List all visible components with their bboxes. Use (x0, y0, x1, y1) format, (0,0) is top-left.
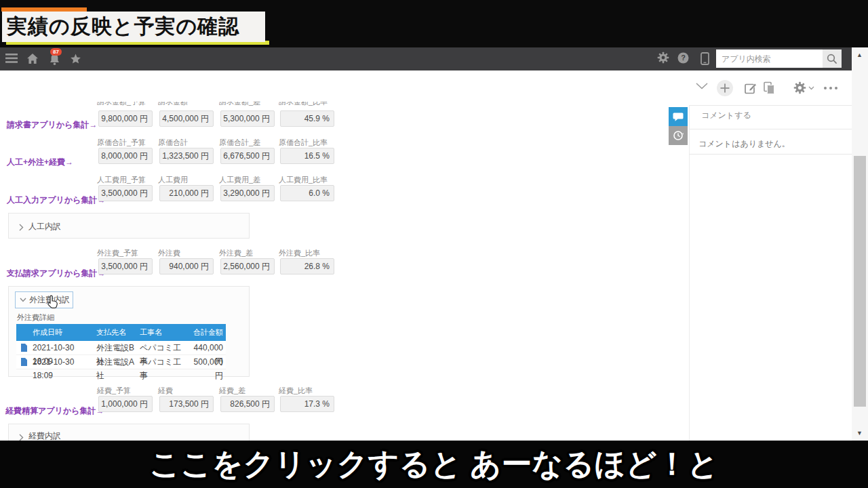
cell-payee: 外注電設A社 (96, 355, 140, 369)
favorites-star-icon[interactable] (70, 54, 81, 64)
field-header: 人工費用_予算 (97, 175, 146, 185)
video-title: 実績の反映と予実の確認 (2, 13, 239, 41)
table-row: 2021-10-30 18:09 外注電設A社 ペパコミ工事 500,000 円 (16, 355, 226, 369)
collapse-record-chevron-icon[interactable] (696, 83, 708, 89)
field-value: 940,000 円 (159, 258, 214, 274)
field-header: 人工費用_差 (219, 175, 260, 185)
col-header: 工事名 (140, 324, 184, 341)
help-icon[interactable]: ? (677, 52, 689, 64)
field-header: 請求金額_予算 (97, 102, 151, 107)
comments-empty-message: コメントはありません。 (698, 138, 790, 150)
field-header: 原価合計_比率 (279, 138, 328, 148)
field-value: 26.8 % (280, 258, 334, 274)
field-value: 9,800,000 円 (98, 110, 153, 127)
edit-record-button[interactable] (744, 81, 757, 95)
col-header: 支払先名 (96, 324, 140, 341)
group-labor-label: 人工内訳 (28, 221, 61, 232)
field-header: 外注費 (158, 248, 180, 258)
cell-amount: 440,000 円 (184, 341, 226, 354)
field-header: 経費_予算 (97, 386, 131, 396)
hamburger-menu-icon[interactable] (5, 54, 18, 63)
field-value: 6.0 % (280, 185, 334, 201)
divider (689, 129, 852, 129)
cell-project: ペパコミ工事 (140, 355, 184, 369)
subtable-title: 外注費詳細 (17, 312, 54, 323)
scrollbar-thumb[interactable] (854, 156, 866, 407)
chevron-right-icon (19, 222, 24, 234)
field-header: 人工費用_比率 (279, 175, 328, 185)
more-options-button[interactable] (823, 87, 839, 89)
notification-count-badge: 87 (50, 48, 62, 56)
cell-project: ペパコミ工事 (140, 341, 184, 354)
scroll-down-arrow[interactable]: ▼ (856, 430, 863, 436)
field-value: 17.3 % (280, 396, 334, 412)
comments-tab[interactable] (669, 107, 688, 126)
field-value: 3,500,000 円 (98, 258, 153, 274)
table-row: 2021-10-30 18:09 外注電設B社 ペパコミ工事 440,000 円 (16, 341, 226, 355)
row-label: 支払請求アプリから集計→ (7, 268, 105, 279)
record-file-icon[interactable] (16, 355, 31, 369)
search-button[interactable] (823, 49, 842, 68)
field-value: 5,300,000 円 (220, 110, 275, 127)
field-header: 外注費_比率 (279, 248, 320, 258)
settings-caret-icon[interactable] (808, 86, 814, 90)
field-value: 45.9 % (280, 110, 334, 127)
row-label: 経費精算アプリから集計→ (5, 405, 104, 417)
record-file-icon[interactable] (16, 341, 31, 354)
video-caption: ここをクリックすると あーなるほど！と (149, 444, 718, 485)
screen: 87 ? 請求書アプリから集計→ 請求金額_予算 請求金額 請求金額_差 請求金… (0, 0, 868, 488)
speech-bubble-icon (673, 112, 684, 122)
field-header: 原価合計 (158, 138, 188, 148)
field-value: 210,000 円 (159, 185, 214, 201)
field-value: 16.5 % (280, 148, 334, 164)
field-header: 請求金額_比率 (279, 102, 334, 107)
col-header: 作成日時 (31, 324, 96, 341)
record-settings-gear-button[interactable] (793, 81, 806, 94)
home-icon[interactable] (26, 53, 39, 64)
comment-input-placeholder[interactable]: コメントする (701, 110, 751, 121)
field-value: 1,000,000 円 (98, 396, 153, 412)
cell-created-at: 2021-10-30 18:09 (31, 355, 96, 369)
cell-created-at: 2021-10-30 18:09 (31, 341, 96, 354)
col-header: 合計金額 (184, 324, 226, 341)
add-record-button[interactable] (717, 80, 733, 96)
field-value: 1,323,500 円 (159, 148, 214, 164)
field-header: 経費_比率 (279, 386, 313, 396)
field-value: 2,560,000 円 (220, 258, 275, 274)
group-outsourcing-toggle[interactable]: 外注費内訳 (15, 291, 73, 308)
settings-gear-icon[interactable] (657, 52, 669, 64)
field-header: 経費 (158, 386, 173, 396)
divider (689, 154, 852, 155)
cell-amount: 500,000 円 (184, 355, 226, 369)
field-value: 3,500,000 円 (98, 185, 153, 201)
field-header: 請求金額_差 (219, 102, 273, 107)
field-header: 人工費用 (158, 175, 188, 185)
search-input[interactable] (716, 49, 823, 68)
field-header: 外注費_差 (219, 248, 253, 258)
row-label: 人工+外注+経費→ (7, 157, 73, 168)
field-value: 826,500 円 (220, 396, 275, 412)
duplicate-record-button[interactable] (763, 81, 776, 95)
cell-payee: 外注電設B社 (96, 341, 140, 354)
field-header: 外注費_予算 (97, 248, 138, 258)
chevron-down-icon (20, 298, 26, 302)
history-tab[interactable] (669, 126, 688, 145)
panel-divider (689, 105, 690, 441)
mobile-view-icon[interactable] (701, 52, 709, 65)
field-value: 4,500,000 円 (159, 110, 214, 127)
panel-divider (689, 105, 852, 106)
field-value: 3,290,000 円 (220, 185, 275, 201)
title-banner: 実績の反映と予実の確認 (2, 12, 265, 42)
caption-bar: ここをクリックすると あーなるほど！と (0, 441, 868, 488)
field-value: 173,500 円 (159, 396, 214, 412)
field-value: 8,000,000 円 (98, 148, 153, 164)
outsourcing-subtable: 作成日時 支払先名 工事名 合計金額 2021-10-30 18:09 外注電設… (16, 324, 226, 369)
mouse-cursor-hand (46, 294, 60, 313)
svg-text:?: ? (681, 54, 686, 62)
subtable-header-row: 作成日時 支払先名 工事名 合計金額 (16, 324, 226, 341)
field-header: 原価合計_差 (219, 138, 260, 148)
scroll-up-arrow[interactable]: ▲ (856, 52, 863, 58)
field-value: 6,676,500 円 (220, 148, 275, 164)
row-label: 人工入力アプリから集計→ (7, 195, 105, 206)
row-label: 請求書アプリから集計→ (7, 119, 97, 131)
